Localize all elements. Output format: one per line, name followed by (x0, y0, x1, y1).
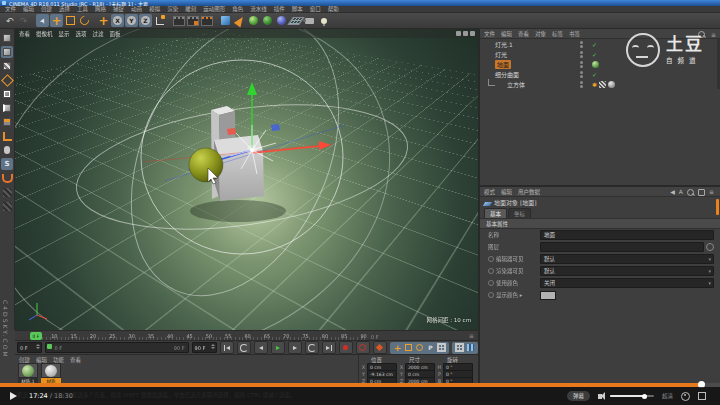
viewport-layout-icon[interactable] (463, 31, 468, 36)
volume-slider[interactable] (610, 395, 654, 397)
viewport-options-icon[interactable] (470, 31, 475, 36)
volume-knob[interactable] (642, 394, 647, 399)
timeline-menu-icon[interactable]: ≡ (469, 333, 474, 339)
uvw-tag-icon[interactable] (599, 81, 606, 88)
viewport-menu-item[interactable]: 显示 (59, 30, 70, 38)
menu-item[interactable]: 渲染 (167, 5, 178, 13)
menu-item[interactable]: 捕捉 (113, 5, 124, 13)
goto-start-button[interactable] (220, 341, 234, 354)
menu-item[interactable]: 流水线 (250, 5, 267, 13)
goto-end-button[interactable] (322, 341, 336, 354)
display-color-swatch[interactable] (540, 291, 556, 300)
viewport-menu-item[interactable]: 面板 (110, 30, 121, 38)
tab-basic[interactable]: 基本 (484, 208, 507, 218)
menu-item[interactable]: 工具 (77, 5, 88, 13)
visibility-dots[interactable] (580, 81, 583, 88)
loop-button[interactable] (305, 341, 319, 354)
keyframe-selection-button[interactable] (373, 341, 387, 354)
object-name[interactable]: 细分曲面 (495, 70, 519, 79)
scale-tool-icon[interactable] (64, 14, 77, 27)
material-menu-item[interactable]: 查看 (70, 356, 81, 363)
history-icon[interactable]: ≡ (709, 189, 714, 196)
render-region-icon[interactable] (186, 14, 199, 27)
layer-b-icon[interactable] (1, 200, 13, 212)
coordinate-system-icon[interactable] (153, 14, 166, 27)
menu-item[interactable]: 雕刻 (185, 5, 196, 13)
menu-item[interactable]: 动画 (131, 5, 142, 13)
points-mode-icon[interactable] (1, 88, 13, 100)
axis-mode-icon[interactable] (1, 130, 13, 142)
axis-handle-sphere[interactable] (189, 148, 223, 182)
autokey-button[interactable] (356, 341, 370, 354)
key-parameter-toggle[interactable] (426, 343, 435, 352)
visibility-dots[interactable] (580, 61, 583, 68)
key-pla-toggle[interactable] (437, 343, 446, 352)
light-tool-icon[interactable] (317, 14, 330, 27)
texture-mode-icon[interactable] (1, 60, 13, 72)
object-manager-menu-item[interactable]: 文件 (484, 30, 495, 38)
solo-grid-toggle[interactable] (455, 343, 464, 352)
undo-icon[interactable] (3, 14, 16, 27)
layer-a-icon[interactable] (1, 186, 13, 198)
workplane-icon[interactable] (1, 74, 13, 86)
model-mode-icon[interactable] (1, 46, 13, 58)
attribute-scrollbar[interactable] (716, 199, 719, 215)
attribute-menu-item[interactable]: 模式 (484, 188, 495, 196)
cube-primitive-icon[interactable] (219, 14, 232, 27)
object-manager-menu-item[interactable]: 查看 (518, 30, 529, 38)
material-menu-item[interactable]: 功能 (53, 356, 64, 363)
cube-object[interactable] (211, 106, 264, 201)
menu-item[interactable]: 编辑 (23, 5, 34, 13)
play-reverse-loop-button[interactable] (237, 341, 251, 354)
mode-a-icon[interactable]: A (679, 189, 683, 196)
panel-menu-icon[interactable]: ≡ (711, 32, 716, 38)
volume-icon[interactable] (598, 394, 602, 399)
use-color-dropdown[interactable]: 关闭 (540, 278, 714, 288)
menu-item[interactable]: 脚本 (292, 5, 303, 13)
snap-icon[interactable]: S (1, 158, 13, 170)
rotate-tool-icon[interactable] (78, 14, 91, 27)
quality-selector[interactable]: 超清 (662, 392, 673, 400)
deformer-icon[interactable] (261, 14, 274, 27)
layer-input[interactable] (540, 242, 704, 252)
object-row-cube[interactable]: 立方体 ✱ (480, 79, 720, 89)
settings-gear-icon[interactable] (681, 392, 690, 401)
play-video-icon[interactable] (10, 392, 17, 400)
phong-tag-icon[interactable]: ✱ (592, 81, 597, 88)
lock-y-axis-icon[interactable]: Y (125, 14, 138, 27)
menu-item[interactable]: 插件 (274, 5, 285, 13)
material-preview[interactable] (18, 363, 38, 378)
menu-item[interactable]: 角色 (232, 5, 243, 13)
object-name[interactable]: 灯光.1 (495, 40, 513, 49)
material-preview[interactable] (41, 363, 61, 378)
lock-z-axis-icon[interactable]: Z (139, 14, 152, 27)
previous-frame-button[interactable] (254, 341, 268, 354)
menu-item[interactable]: 模拟 (149, 5, 160, 13)
timeline-playhead[interactable]: 0 F (30, 332, 42, 340)
convert-object-icon[interactable] (1, 32, 13, 44)
material-item-1[interactable]: 材质.1 (18, 363, 38, 384)
menu-item[interactable]: 选择 (59, 5, 70, 13)
visibility-dots[interactable] (580, 51, 583, 58)
camera-tool-icon[interactable] (303, 14, 316, 27)
menu-item[interactable]: 运动图形 (203, 5, 225, 13)
visibility-dots[interactable] (580, 41, 583, 48)
menu-item[interactable]: 创建 (41, 5, 52, 13)
render-view-icon[interactable] (172, 14, 185, 27)
tab-coordinates[interactable]: 坐标 (508, 208, 531, 218)
object-name[interactable]: 灯光 (495, 50, 507, 59)
nav-back-icon[interactable]: ◀ (670, 189, 675, 196)
live-selection-icon[interactable] (36, 14, 49, 27)
enabled-check-icon[interactable]: ✓ (592, 41, 597, 48)
viewport-solo-icon[interactable] (1, 144, 13, 156)
object-manager-menu-item[interactable]: 对象 (535, 30, 546, 38)
material-menu-item[interactable]: 编辑 (36, 356, 47, 363)
viewport-menu-item[interactable]: 查看 (19, 30, 30, 38)
viewport-menu-item[interactable]: 选项 (76, 30, 87, 38)
record-keyframe-button[interactable] (339, 341, 353, 354)
attribute-menu-item[interactable]: 用户数据 (518, 188, 540, 196)
subdivision-surface-icon[interactable] (247, 14, 260, 27)
material-menu-item[interactable]: 创建 (19, 356, 30, 363)
magnet-icon[interactable] (1, 172, 13, 184)
fullscreen-icon[interactable] (698, 392, 706, 400)
